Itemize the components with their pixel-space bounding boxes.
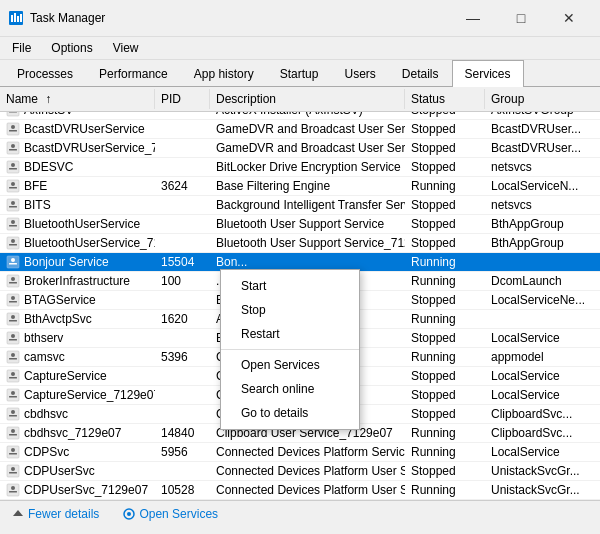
table-row[interactable]: AxInstSV ActiveX Installer (AxInstSV) St… <box>0 112 600 120</box>
context-menu-item-open-services[interactable]: Open Services <box>221 353 359 377</box>
tab-details[interactable]: Details <box>389 60 452 87</box>
svg-rect-28 <box>9 206 17 208</box>
cell-status: Stopped <box>405 139 485 157</box>
svg-rect-2 <box>14 13 16 22</box>
col-name[interactable]: Name ↑ <box>0 89 155 109</box>
title-bar: Task Manager — □ ✕ <box>0 0 600 37</box>
cell-description: ActiveX Installer (AxInstSV) <box>210 112 405 119</box>
col-group[interactable]: Group <box>485 89 600 109</box>
svg-point-27 <box>11 201 15 205</box>
svg-point-42 <box>11 296 15 300</box>
close-button[interactable]: ✕ <box>546 6 592 30</box>
svg-point-36 <box>11 258 15 262</box>
taskmanager-icon <box>8 10 24 26</box>
cell-description: GameDVR and Broadcast User Service... <box>210 139 405 157</box>
menu-options[interactable]: Options <box>43 39 100 57</box>
context-menu-item-start[interactable]: Start <box>221 274 359 298</box>
table-row[interactable]: BITS Background Intelligent Transfer Ser… <box>0 196 600 215</box>
svg-rect-70 <box>9 472 17 474</box>
cell-pid <box>155 291 210 309</box>
tab-services[interactable]: Services <box>452 60 524 87</box>
tab-apphistory[interactable]: App history <box>181 60 267 87</box>
cell-name: BDESVC <box>0 158 155 176</box>
main-content: Name ↑ PID Description Status Group Audi… <box>0 87 600 500</box>
svg-point-33 <box>11 239 15 243</box>
tab-performance[interactable]: Performance <box>86 60 181 87</box>
table-row[interactable]: CDPUserSvc_7129e07 10528 Connected Devic… <box>0 481 600 500</box>
tab-processes[interactable]: Processes <box>4 60 86 87</box>
cell-name: BluetoothUserService_7129... <box>0 234 155 252</box>
col-pid[interactable]: PID <box>155 89 210 109</box>
maximize-button[interactable]: □ <box>498 6 544 30</box>
context-menu-item-restart[interactable]: Restart <box>221 322 359 346</box>
table-row[interactable]: CDPSvc 5956 Connected Devices Platform S… <box>0 443 600 462</box>
table-row[interactable]: BluetoothUserService Bluetooth User Supp… <box>0 215 600 234</box>
service-icon <box>6 217 20 231</box>
svg-point-60 <box>11 410 15 414</box>
title-bar-controls: — □ ✕ <box>450 6 592 30</box>
svg-rect-67 <box>9 453 17 455</box>
cell-status: Stopped <box>405 196 485 214</box>
svg-rect-4 <box>20 14 22 22</box>
svg-rect-22 <box>9 168 17 170</box>
cell-pid <box>155 405 210 423</box>
table-row[interactable]: CDPUserSvc Connected Devices Platform Us… <box>0 462 600 481</box>
cell-status: Running <box>405 177 485 195</box>
cell-name: AxInstSV <box>0 112 155 119</box>
minimize-button[interactable]: — <box>450 6 496 30</box>
table-row[interactable]: BcastDVRUserService_7129e... GameDVR and… <box>0 139 600 158</box>
menu-view[interactable]: View <box>105 39 147 57</box>
table-row[interactable]: BcastDVRUserService GameDVR and Broadcas… <box>0 120 600 139</box>
cell-group <box>485 310 600 328</box>
cell-status: Stopped <box>405 120 485 138</box>
table-row[interactable]: BluetoothUserService_7129... Bluetooth U… <box>0 234 600 253</box>
service-icon <box>6 112 20 117</box>
cell-pid <box>155 196 210 214</box>
context-menu-item-search-online[interactable]: Search online <box>221 377 359 401</box>
open-services-button[interactable]: Open Services <box>119 505 222 523</box>
cell-group: appmodel <box>485 348 600 366</box>
svg-point-51 <box>11 353 15 357</box>
open-services-icon <box>123 508 135 520</box>
tab-startup[interactable]: Startup <box>267 60 332 87</box>
cell-description: GameDVR and Broadcast User Service <box>210 120 405 138</box>
svg-rect-40 <box>9 282 17 284</box>
svg-point-21 <box>11 163 15 167</box>
svg-rect-37 <box>9 263 17 265</box>
cell-pid: 1620 <box>155 310 210 328</box>
svg-point-39 <box>11 277 15 281</box>
context-menu-item-go-to-details[interactable]: Go to details <box>221 401 359 425</box>
col-description[interactable]: Description <box>210 89 405 109</box>
svg-point-72 <box>11 486 15 490</box>
svg-rect-46 <box>9 320 17 322</box>
cell-pid <box>155 329 210 347</box>
tab-users[interactable]: Users <box>331 60 388 87</box>
cell-pid <box>155 462 210 480</box>
cell-group: LocalService <box>485 367 600 385</box>
menu-file[interactable]: File <box>4 39 39 57</box>
cell-status: Stopped <box>405 367 485 385</box>
svg-point-45 <box>11 315 15 319</box>
cell-description: Connected Devices Platform User Se... <box>210 481 405 499</box>
cell-group: UnistackSvcGr... <box>485 462 600 480</box>
cell-group: ClipboardSvc... <box>485 405 600 423</box>
service-icon <box>6 141 20 155</box>
svg-point-76 <box>127 512 131 516</box>
cell-pid <box>155 234 210 252</box>
service-icon <box>6 255 20 269</box>
fewer-details-button[interactable]: Fewer details <box>8 505 103 523</box>
cell-name: CDPUserSvc <box>0 462 155 480</box>
context-menu-item-stop[interactable]: Stop <box>221 298 359 322</box>
svg-rect-13 <box>9 112 17 113</box>
cell-pid: 10528 <box>155 481 210 499</box>
svg-point-18 <box>11 144 15 148</box>
cell-pid <box>155 386 210 404</box>
cell-pid <box>155 139 210 157</box>
cell-group: LocalServiceNe... <box>485 291 600 309</box>
cell-name: camsvc <box>0 348 155 366</box>
service-icon <box>6 312 20 326</box>
cell-name: CaptureService <box>0 367 155 385</box>
table-row[interactable]: BFE 3624 Base Filtering Engine Running L… <box>0 177 600 196</box>
table-row[interactable]: BDESVC BitLocker Drive Encryption Servic… <box>0 158 600 177</box>
col-status[interactable]: Status <box>405 89 485 109</box>
